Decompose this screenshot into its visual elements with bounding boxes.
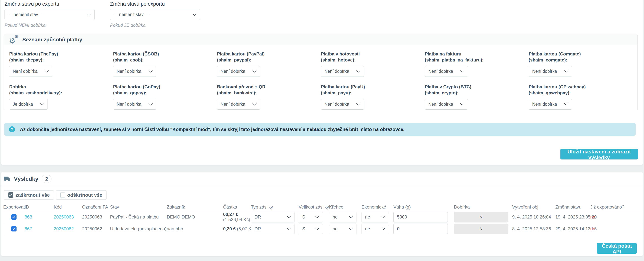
- weight-input[interactable]: [394, 212, 448, 222]
- payment-method-cell: Dobírka (shaim_cashondelivery): Je dobír…: [9, 84, 113, 110]
- chevron-down-icon: [148, 70, 153, 73]
- weight-input[interactable]: [394, 223, 448, 234]
- shipment-type-select[interactable]: DR: [251, 212, 294, 222]
- customer-name: aaa bbb: [167, 226, 223, 231]
- payment-method-name: Platba kartou (PayU): [321, 84, 425, 90]
- ceska-posta-api-button[interactable]: Česká pošta API: [597, 243, 637, 254]
- payment-method-cell: Platba na fakturu (shaim_platba_na_faktu…: [425, 51, 529, 77]
- order-code-link[interactable]: 20250063: [54, 214, 74, 219]
- order-id-link[interactable]: 868: [24, 214, 32, 219]
- select-value: DR: [254, 214, 261, 220]
- payment-method-code: (shaim_gopay):: [113, 90, 217, 96]
- amount-eur: 60,27 €: [223, 212, 251, 217]
- chevron-down-icon: [45, 70, 49, 73]
- column-header: Křehce: [329, 204, 362, 210]
- select-value: Není dobírka: [220, 69, 245, 74]
- economy-select[interactable]: ne: [362, 223, 389, 234]
- chevron-down-icon: [460, 103, 464, 106]
- select-value: DR: [254, 226, 261, 231]
- select-value: Není dobírka: [117, 102, 142, 107]
- payment-cod-select[interactable]: Není dobírka: [529, 99, 572, 110]
- filter-label: Změna stavu po exportu: [4, 1, 95, 7]
- payment-method-code: (shaim_csob):: [113, 57, 217, 63]
- payment-methods-panel: ⚙⚙ Seznam způsobů platby Platba kartou (…: [4, 34, 638, 110]
- select-value: Není dobírka: [532, 102, 557, 107]
- chevron-down-icon: [287, 216, 291, 218]
- payment-cod-select[interactable]: Není dobírka: [217, 99, 260, 110]
- payment-cod-select[interactable]: Není dobírka: [425, 66, 468, 77]
- chevron-down-icon: [381, 216, 386, 218]
- column-header: Označení FA: [82, 204, 110, 210]
- invoice-label: 20250063: [82, 214, 110, 220]
- shipment-type-select[interactable]: DR: [251, 223, 294, 234]
- payment-method-name: Platba kartou (ČSOB): [113, 51, 217, 57]
- row-checkbox[interactable]: [11, 226, 16, 231]
- payment-cod-select[interactable]: Není dobírka: [217, 66, 260, 77]
- payment-cod-select[interactable]: Není dobírka: [113, 99, 156, 110]
- payment-method-code: (shaim_platba_na_fakturu):: [425, 57, 529, 63]
- select-value: ne: [332, 214, 338, 220]
- payment-method-cell: Platba v hotovosti (shaim_hotove): Není …: [321, 51, 425, 77]
- table-body: 868 20250063 20250063 PayPal - Čeká na p…: [3, 211, 643, 235]
- column-header: Zákazník: [167, 204, 223, 210]
- select-value: --- neměnit stav ---: [8, 12, 44, 17]
- column-header: Částka: [223, 204, 251, 210]
- status-filter-cod: Změna stavu po exportu --- neměnit stav …: [110, 1, 200, 28]
- payment-method-code: (shaim_cashondelivery):: [9, 90, 113, 96]
- created-datetime: 9. 4. 2025 10:26:04: [512, 214, 555, 220]
- fragile-select[interactable]: ne: [329, 212, 356, 222]
- payment-method-code: (shaim_hotove):: [321, 57, 425, 63]
- order-code-link[interactable]: 20250062: [54, 226, 74, 231]
- row-checkbox[interactable]: [11, 214, 16, 220]
- select-value: --- neměnit stav ---: [114, 12, 149, 17]
- results-card: Výsledky 2 zaškrtnout vše odškrtnout vše…: [1, 172, 643, 256]
- settings-card: Změna stavu po exportu --- neměnit stav …: [1, 0, 643, 165]
- payment-cod-select[interactable]: Není dobírka: [425, 99, 468, 110]
- selection-toolbar: zaškrtnout vše odškrtnout vše: [4, 190, 106, 200]
- payment-cod-select[interactable]: Není dobírka: [113, 66, 156, 77]
- column-header: Již exportováno?: [590, 204, 641, 210]
- already-exported-flag: ne: [590, 214, 641, 220]
- shipment-size-select[interactable]: S: [298, 223, 323, 234]
- cod-flag: N: [454, 223, 508, 234]
- payment-method-cell: Platba kartou (GoPay) (shaim_gopay): Nen…: [113, 84, 217, 110]
- order-status: U dodavatele (nezaplaceno): [110, 226, 167, 231]
- page: Změna stavu po exportu --- neměnit stav …: [0, 0, 644, 261]
- gears-icon: ⚙⚙: [9, 35, 18, 44]
- fragile-select[interactable]: ne: [329, 223, 356, 234]
- select-value: ne: [365, 226, 370, 231]
- select-value: ne: [365, 214, 370, 220]
- payment-method-name: Platba kartou (PayPal): [217, 51, 321, 57]
- status-select-cod[interactable]: --- neměnit stav ---: [110, 9, 200, 20]
- select-value: Není dobírka: [532, 69, 557, 74]
- already-exported-flag: ne: [590, 226, 641, 231]
- created-datetime: 8. 4. 2025 12:58:36: [512, 226, 555, 231]
- uncheck-all-button[interactable]: odškrtnout vše: [56, 190, 106, 200]
- payment-cod-select[interactable]: Není dobírka: [321, 66, 364, 77]
- shipment-size-select[interactable]: S: [298, 212, 323, 222]
- table-header-row: Exportovat ID Kód Označení FA Stav Zákaz…: [3, 203, 643, 211]
- chevron-down-icon: [349, 228, 353, 230]
- payment-method-cell: Platba kartou (GP webpay) (shaim_gpwebpa…: [529, 84, 632, 110]
- order-id-link[interactable]: 867: [24, 226, 32, 231]
- payment-method-name: Platba v Crypto (BTC): [425, 84, 529, 90]
- filter-hint: Pokud JE dobírka: [110, 23, 200, 28]
- payment-cod-select[interactable]: Není dobírka: [321, 99, 364, 110]
- check-all-button[interactable]: zaškrtnout vše: [4, 190, 54, 200]
- payment-cod-select[interactable]: Je dobírka: [9, 99, 48, 110]
- order-status: PayPal - Čeká na platbu: [110, 214, 167, 220]
- economy-select[interactable]: ne: [362, 212, 389, 222]
- payment-cod-select[interactable]: Není dobírka: [529, 66, 572, 77]
- status-select-not-cod[interactable]: --- neměnit stav ---: [4, 9, 95, 20]
- order-amount: 60,27 € (1 526,94 Kč): [223, 212, 251, 222]
- payment-cod-select[interactable]: Není dobírka: [9, 66, 52, 77]
- save-settings-button[interactable]: Uložit nastavení a zobrazit výsledky: [560, 149, 638, 159]
- select-value: Není dobírka: [13, 69, 38, 74]
- results-table: Exportovat ID Kód Označení FA Stav Zákaz…: [3, 203, 643, 235]
- payment-method-name: Platba v hotovosti: [321, 51, 425, 57]
- amount-czk: (1 526,94 Kč): [223, 217, 251, 222]
- status-filter-not-cod: Změna stavu po exportu --- neměnit stav …: [4, 1, 95, 28]
- chevron-down-icon: [252, 103, 256, 106]
- select-value: Není dobírka: [117, 69, 142, 74]
- results-count-badge: 2: [42, 175, 52, 183]
